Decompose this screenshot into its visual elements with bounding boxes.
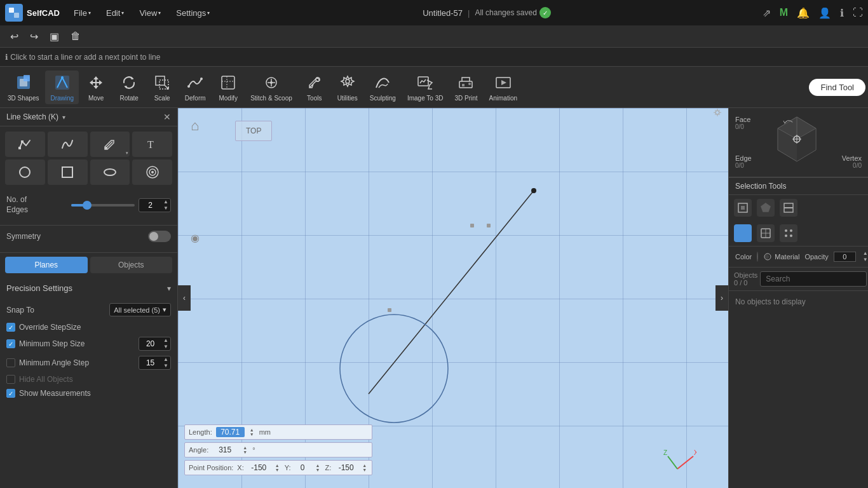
menu-file[interactable]: File▾ <box>67 6 97 20</box>
angle-decrement[interactable]: ▼ <box>241 450 248 454</box>
canvas-nav-right[interactable]: › <box>715 285 728 311</box>
angle-input[interactable] <box>212 445 238 455</box>
shape-tool-target[interactable] <box>132 159 172 185</box>
opacity-input[interactable] <box>834 252 856 262</box>
tool-move[interactable]: Move <box>80 71 112 104</box>
y-decrement[interactable]: ▼ <box>314 468 321 472</box>
shape-tool-text[interactable]: T <box>132 132 172 157</box>
shape-tool-polyline[interactable] <box>5 132 45 157</box>
home-icon[interactable]: ⌂ <box>191 118 199 134</box>
trash-button[interactable]: 🗑 <box>65 28 86 44</box>
canvas-nav-left[interactable]: ‹ <box>178 285 191 311</box>
m-icon[interactable]: M <box>780 7 788 18</box>
tool-3d-shapes[interactable]: 3D Shapes <box>3 71 44 104</box>
info-icon[interactable]: ℹ <box>840 7 844 19</box>
canvas-area[interactable]: ‹ › ⌂ ◉ TOP Length: <box>178 108 728 488</box>
edges-slider[interactable] <box>71 204 135 207</box>
edges-decrement[interactable]: ▼ <box>161 205 170 212</box>
min-angle-increment[interactable]: ▲ <box>161 356 170 363</box>
display-points[interactable] <box>780 224 797 242</box>
user-icon[interactable]: 👤 <box>818 7 831 19</box>
menu-bar: SelfCAD File▾ Edit▾ View▾ Settings▾ Unti… <box>0 0 868 25</box>
nav-dot-top[interactable]: ◉ <box>191 232 200 244</box>
display-wireframe[interactable] <box>757 224 775 242</box>
y-increment[interactable]: ▲ <box>314 463 321 468</box>
redo-button[interactable]: ↪ <box>25 28 43 45</box>
shape-tool-circle[interactable] <box>5 159 45 185</box>
tab-objects[interactable]: Objects <box>90 257 173 273</box>
tool-sculpting[interactable]: Sculpting <box>365 71 401 104</box>
tool-deform[interactable]: Deform <box>179 71 211 104</box>
override-stepsize-checkbox[interactable]: ✓ <box>6 323 15 332</box>
tool-drawing[interactable]: Drawing <box>45 71 79 104</box>
svg-rect-0 <box>9 8 14 13</box>
opacity-label: Opacity <box>804 253 828 261</box>
min-step-increment[interactable]: ▲ <box>161 337 170 344</box>
edges-increment[interactable]: ▲ <box>161 199 170 205</box>
min-step-size-checkbox[interactable]: ✓ <box>6 339 15 348</box>
z-decrement[interactable]: ▼ <box>361 468 368 472</box>
display-solid[interactable] <box>734 224 752 242</box>
edges-slider-container <box>71 204 135 207</box>
snap-to-select[interactable]: All selected (5) ▾ <box>109 303 171 316</box>
show-measurements-checkbox[interactable]: ✓ <box>6 389 15 398</box>
color-swatch[interactable] <box>757 252 758 262</box>
shape-tool-ellipse[interactable] <box>90 159 130 185</box>
shape-tool-curve[interactable] <box>48 132 88 157</box>
menu-view[interactable]: View▾ <box>133 6 167 20</box>
share-icon[interactable]: ⇗ <box>763 7 771 19</box>
fullscreen-icon[interactable]: ⛶ <box>853 7 863 18</box>
tool-tools[interactable]: Tools <box>299 71 330 104</box>
tool-scale[interactable]: Scale <box>146 71 178 104</box>
min-step-decrement[interactable]: ▼ <box>161 344 170 350</box>
tool-3d-print[interactable]: 3D Print <box>449 71 482 104</box>
panel-dropdown-icon[interactable]: ▾ <box>62 114 65 121</box>
angle-increment[interactable]: ▲ <box>241 445 248 450</box>
precision-settings-header[interactable]: Precision Settings ▾ <box>0 277 177 299</box>
opacity-decrement[interactable]: ▼ <box>861 257 868 263</box>
sel-tool-face[interactable] <box>757 199 775 217</box>
cube-settings-icon[interactable] <box>713 108 722 119</box>
symmetry-toggle[interactable] <box>148 231 171 242</box>
length-increment[interactable]: ▲ <box>248 428 255 432</box>
tool-animation[interactable]: Animation <box>484 71 522 104</box>
sel-tool-edge[interactable] <box>780 199 797 217</box>
edges-value-input[interactable] <box>139 200 161 211</box>
bell-icon[interactable]: 🔔 <box>797 7 810 19</box>
tool-image-to-3d[interactable]: Image To 3D <box>402 71 449 104</box>
edges-slider-thumb[interactable] <box>83 201 92 210</box>
panel-close-button[interactable]: ✕ <box>163 112 171 122</box>
tool-rotate[interactable]: Rotate <box>113 71 145 104</box>
tab-planes[interactable]: Planes <box>5 257 88 273</box>
length-decrement[interactable]: ▼ <box>248 432 255 437</box>
x-input[interactable] <box>248 463 270 473</box>
show-measurements-label: Show Measurements <box>19 389 91 398</box>
x-increment[interactable]: ▲ <box>274 463 281 468</box>
tool-modify[interactable]: Modify <box>212 71 244 104</box>
tool-utilities[interactable]: Utilities <box>332 71 363 104</box>
x-decrement[interactable]: ▼ <box>274 468 281 472</box>
min-angle-decrement[interactable]: ▼ <box>161 363 170 369</box>
min-angle-step-value[interactable] <box>139 357 161 369</box>
find-tool-button[interactable]: Find Tool <box>809 79 865 96</box>
hide-all-objects-checkbox[interactable] <box>6 375 15 384</box>
sel-tool-vertex[interactable] <box>734 199 752 217</box>
search-input[interactable] <box>760 271 867 287</box>
opacity-increment[interactable]: ▲ <box>861 250 868 257</box>
y-input[interactable] <box>294 463 310 473</box>
menu-settings[interactable]: Settings▾ <box>170 6 216 20</box>
shape-tool-square[interactable] <box>48 159 88 185</box>
min-step-size-value[interactable] <box>139 338 161 349</box>
shape-tool-pen[interactable]: ▾ <box>90 132 130 157</box>
app-logo[interactable]: SelfCAD <box>5 4 60 22</box>
min-angle-step-checkbox[interactable] <box>6 358 15 367</box>
z-input[interactable] <box>335 463 357 473</box>
monitor-button[interactable]: ▣ <box>44 28 64 45</box>
z-increment[interactable]: ▲ <box>361 463 368 468</box>
tool-deform-label: Deform <box>185 95 206 102</box>
svg-point-15 <box>270 81 273 84</box>
menu-edit[interactable]: Edit▾ <box>100 6 130 20</box>
length-input[interactable] <box>216 427 245 437</box>
tool-stitch-scoop[interactable]: Stitch & Scoop <box>245 71 297 104</box>
undo-button[interactable]: ↩ <box>5 28 24 45</box>
